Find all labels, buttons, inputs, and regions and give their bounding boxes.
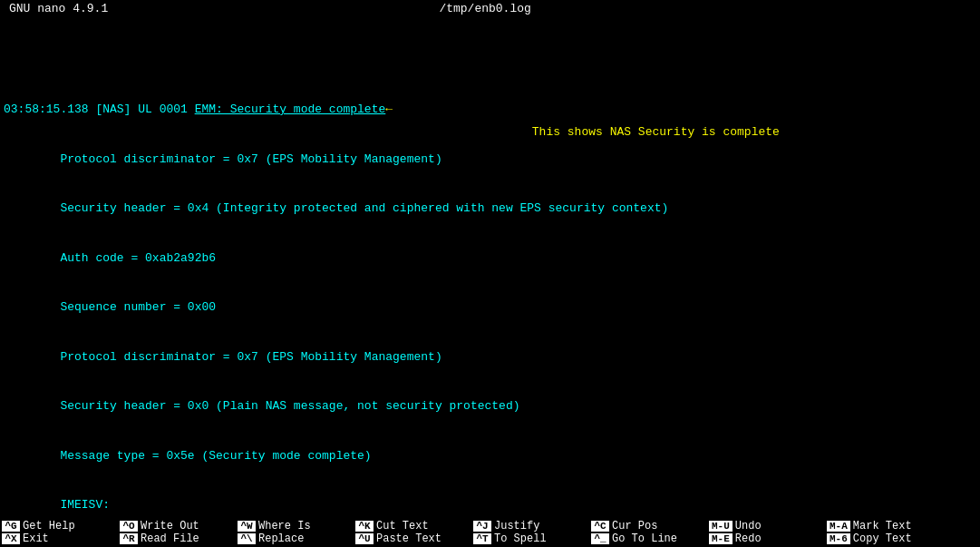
label-cut-text: Cut Text [376, 520, 429, 532]
key-cur-pos: ^C [591, 521, 609, 532]
label-go-to-line: Go To Line [612, 532, 677, 545]
key-to-spell: ^T [473, 533, 491, 544]
shortcut-get-help[interactable]: ^G Get Help [0, 520, 118, 532]
label-justify: Justify [494, 520, 539, 532]
label-paste-text: Paste Text [376, 532, 441, 545]
shortcut-justify[interactable]: ^J Justify [471, 520, 589, 532]
key-copy-text: M-6 [827, 533, 850, 544]
line-7: Security header = 0x0 (Plain NAS message… [4, 398, 976, 415]
shortcut-cut-text[interactable]: ^K Cut Text [354, 520, 471, 532]
label-read-file: Read File [141, 532, 199, 545]
key-exit: ^X [2, 533, 20, 544]
label-undo: Undo [735, 520, 762, 532]
label-write-out: Write Out [141, 520, 199, 532]
shortcut-redo[interactable]: M-E Redo [707, 532, 825, 545]
line-5: Sequence number = 0x00 [4, 299, 976, 316]
key-get-help: ^G [2, 521, 20, 532]
key-redo: M-E [709, 533, 733, 544]
shortcut-row-2: ^X Exit ^R Read File ^\ Replace ^U Paste… [0, 532, 980, 547]
key-paste-text: ^U [355, 533, 374, 544]
label-replace: Replace [258, 532, 304, 545]
key-replace: ^\ [238, 533, 256, 544]
line-0 [4, 52, 976, 68]
line-6: Protocol discriminator = 0x7 (EPS Mobili… [4, 349, 976, 366]
label-where-is: Where Is [258, 520, 311, 532]
editor-area[interactable]: 03:58:15.138 [NAS] UL 0001 EMM: Security… [0, 17, 980, 519]
label-redo: Redo [735, 532, 762, 545]
key-where-is: ^W [238, 521, 256, 532]
shortcut-undo[interactable]: M-U Undo [707, 520, 825, 532]
key-go-to-line: ^_ [591, 533, 609, 544]
key-justify: ^J [473, 521, 491, 532]
label-get-help: Get Help [23, 520, 75, 532]
shortcut-copy-text[interactable]: M-6 Copy Text [825, 532, 943, 545]
shortcut-paste-text[interactable]: ^U Paste Text [354, 532, 471, 545]
key-cut-text: ^K [355, 521, 374, 532]
shortcut-row-1: ^G Get Help ^O Write Out ^W Where Is ^K … [0, 519, 980, 532]
shortcut-mark-text[interactable]: M-A Mark Text [825, 520, 943, 532]
shortcut-exit[interactable]: ^X Exit [0, 532, 118, 545]
line-8: Message type = 0x5e (Security mode compl… [4, 448, 976, 464]
shortcut-replace[interactable]: ^\ Replace [236, 532, 354, 545]
line-9: IMEISV: [4, 497, 976, 513]
key-undo: M-U [709, 521, 733, 532]
shortcut-where-is[interactable]: ^W Where Is [236, 520, 354, 532]
shortcut-write-out[interactable]: ^O Write Out [118, 520, 236, 532]
label-copy-text: Copy Text [853, 532, 912, 545]
shortcut-read-file[interactable]: ^R Read File [118, 532, 236, 545]
key-write-out: ^O [120, 521, 138, 532]
key-read-file: ^R [120, 533, 138, 544]
app-name: GNU nano 4.9.1 [9, 2, 108, 15]
line-4: Auth code = 0xab2a92b6 [4, 250, 976, 267]
line-3: Security header = 0x4 (Integrity protect… [4, 200, 976, 217]
shortcut-go-to-line[interactable]: ^_ Go To Line [589, 532, 707, 545]
key-mark-text: M-A [827, 521, 850, 532]
bottom-bar: ^G Get Help ^O Write Out ^W Where Is ^K … [0, 519, 980, 547]
label-exit: Exit [23, 532, 49, 545]
annotation: This shows NAS Security is complete [490, 108, 780, 158]
label-mark-text: Mark Text [853, 520, 912, 532]
title-bar: GNU nano 4.9.1 /tmp/enb0.log [0, 0, 980, 17]
label-cur-pos: Cur Pos [612, 520, 657, 532]
shortcut-to-spell[interactable]: ^T To Spell [471, 532, 589, 545]
app: GNU nano 4.9.1 /tmp/enb0.log 03:58:15.13… [0, 0, 980, 547]
shortcut-cur-pos[interactable]: ^C Cur Pos [589, 520, 707, 532]
label-to-spell: To Spell [494, 532, 547, 545]
file-path: /tmp/enb0.log [439, 2, 530, 15]
